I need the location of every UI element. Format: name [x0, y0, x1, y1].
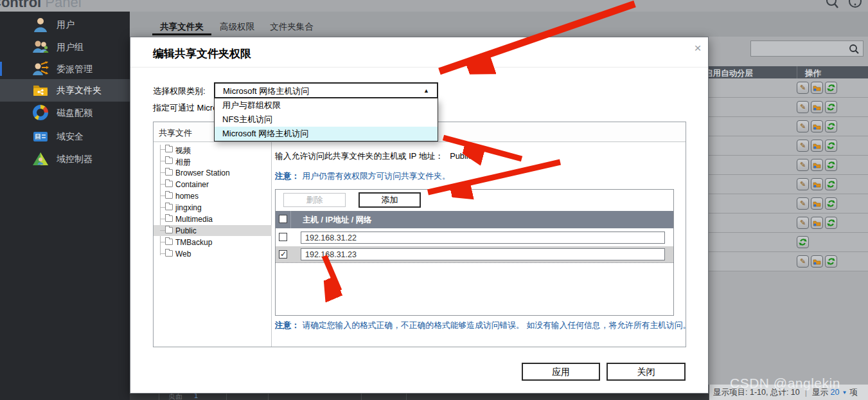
close-icon[interactable]: × [691, 41, 705, 55]
restore-icon[interactable] [811, 255, 823, 268]
ip-folder-value: Public [450, 151, 472, 161]
edit-icon[interactable]: ✎ [797, 82, 809, 94]
select-all-checkbox[interactable] [279, 215, 287, 223]
restore-icon[interactable] [811, 217, 823, 229]
csdn-watermark: CSDN @anglekin [730, 376, 840, 391]
host-checkbox-checked[interactable] [279, 250, 287, 259]
column-actions: 操作 [805, 68, 821, 79]
apply-button[interactable]: 应用 [522, 363, 600, 381]
tab-shared-folder[interactable]: 共享文件夹 [152, 21, 211, 33]
folder-tree: 视频 相册 Browser Station Container homes ji… [154, 142, 272, 347]
folder-icon [165, 227, 173, 233]
background-table-row: ✎ [709, 214, 868, 233]
edit-icon[interactable]: ✎ [797, 140, 809, 152]
edit-icon[interactable]: ✎ [797, 217, 809, 229]
folder-icon [165, 181, 173, 187]
app-title: Control Panel [0, 0, 82, 11]
edit-icon[interactable]: ✎ [797, 120, 809, 132]
background-table-row [709, 233, 868, 252]
restore-icon[interactable] [811, 140, 823, 152]
sidebar-item-disk-quota[interactable]: 磁盘配额 [0, 102, 130, 124]
sidebar-item-delegation[interactable]: 委派管理 [0, 58, 130, 80]
sidebar-item-label: 委派管理 [57, 64, 93, 75]
search-icon[interactable] [825, 0, 839, 12]
refresh-icon[interactable] [825, 82, 837, 94]
background-folder-table: 启用自动分层 操作 ✎✎✎✎✎✎✎✎✎ [709, 37, 868, 385]
tree-item-multimedia[interactable]: Multimedia [154, 214, 272, 224]
sidebar-item-domain-controller[interactable]: 域控制器 [0, 148, 130, 170]
option-microsoft-network-host-access[interactable]: Microsoft 网络主机访问 [215, 127, 438, 141]
restore-icon[interactable] [811, 101, 823, 113]
edit-icon[interactable]: ✎ [797, 255, 809, 268]
tab-folder-collection[interactable]: 文件夹集合 [269, 21, 315, 33]
edit-icon[interactable]: ✎ [797, 101, 809, 113]
ip-instruction: 输入允许访问此共享文件夹的主机或 IP 地址：Public [275, 151, 472, 162]
folder-icon [165, 169, 173, 176]
tree-item-jingxing[interactable]: jingxing [154, 202, 272, 213]
close-button[interactable]: 关闭 [607, 363, 686, 381]
edit-icon[interactable]: ✎ [797, 159, 809, 171]
help-icon[interactable] [848, 0, 864, 12]
tree-item-container[interactable]: Container [154, 179, 272, 190]
refresh-icon[interactable] [825, 101, 837, 113]
user-icon [32, 16, 49, 33]
sidebar-item-shared-folder[interactable]: 共享文件夹 [0, 79, 130, 102]
tree-item-photo[interactable]: 相册 [154, 156, 272, 167]
host-table-header: 主机 / IP地址 / 网络 [276, 211, 673, 228]
refresh-icon[interactable] [797, 236, 809, 248]
background-search-input[interactable] [750, 41, 864, 57]
refresh-icon[interactable] [825, 140, 837, 152]
refresh-icon[interactable] [825, 255, 837, 268]
folder-icon [165, 239, 173, 245]
tree-item-video[interactable]: 视频 [154, 144, 272, 155]
option-nfs-host-access[interactable]: NFS主机访问 [215, 113, 438, 127]
host-ip-input[interactable] [301, 232, 665, 244]
sidebar-item-label: 共享文件夹 [57, 85, 102, 96]
permission-type-dropdown[interactable]: Microsoft 网络主机访问 ▲ [214, 82, 438, 98]
refresh-icon[interactable] [825, 178, 837, 190]
tree-item-browser-station[interactable]: Browser Station [154, 167, 272, 178]
window-titlebar: Control Panel [0, 0, 868, 12]
refresh-icon[interactable] [825, 217, 837, 229]
tree-item-homes[interactable]: homes [154, 190, 272, 201]
restore-icon[interactable] [811, 82, 823, 94]
sidebar-item-user-group[interactable]: 用户组 [0, 36, 130, 59]
note-permissions: 注意：用户仍需有效权限方可访问共享文件夹。 [275, 171, 450, 182]
background-table-row: ✎ [709, 78, 868, 98]
option-user-group-permissions[interactable]: 用户与群组权限 [215, 98, 438, 113]
folder-icon [165, 158, 173, 164]
refresh-icon[interactable] [825, 197, 837, 210]
page-size-unit: 项 [849, 387, 858, 398]
permission-type-options: 用户与群组权限 NFS主机访问 Microsoft 网络主机访问 [214, 98, 438, 141]
pagination-label: 页面 [168, 394, 182, 400]
disk-quota-icon [32, 104, 49, 121]
tree-item-public[interactable]: Public [154, 225, 272, 236]
dialog-subtext: 指定可通过 Micro [153, 102, 217, 114]
host-ip-input[interactable] [301, 248, 665, 260]
host-checkbox[interactable] [279, 233, 287, 241]
page-size-caret-icon[interactable]: ▼ [842, 390, 847, 395]
restore-icon[interactable] [811, 159, 823, 171]
restore-icon[interactable] [811, 120, 823, 132]
tree-item-tmbackup[interactable]: TMBackup [154, 237, 272, 248]
folder-icon [165, 146, 173, 152]
dropdown-value: Microsoft 网络主机访问 [223, 86, 309, 97]
tree-item-web[interactable]: Web [154, 248, 272, 259]
sidebar-item-domain-security[interactable]: 域安全 [0, 125, 130, 148]
add-button[interactable]: 添加 [359, 192, 421, 208]
edit-icon[interactable]: ✎ [797, 197, 809, 210]
restore-icon[interactable] [811, 197, 823, 210]
tab-advanced-permissions[interactable]: 高级权限 [218, 21, 256, 33]
folder-icon [165, 204, 173, 210]
domain-security-icon [32, 128, 49, 145]
sidebar-item-user[interactable]: 用户 [0, 14, 130, 36]
refresh-icon[interactable] [825, 120, 837, 132]
edit-icon[interactable]: ✎ [797, 178, 809, 190]
refresh-icon[interactable] [825, 159, 837, 171]
permission-type-label: 选择权限类别: [153, 86, 206, 97]
background-table-row: ✎ [709, 175, 868, 194]
delete-button[interactable]: 删除 [283, 193, 346, 207]
sidebar-item-label: 域控制器 [57, 154, 93, 165]
note-format: 注意：请确定您输入的格式正确，不正确的格式能够造成访问错误。 如没有输入任何信息… [275, 320, 691, 331]
restore-icon[interactable] [811, 178, 823, 190]
